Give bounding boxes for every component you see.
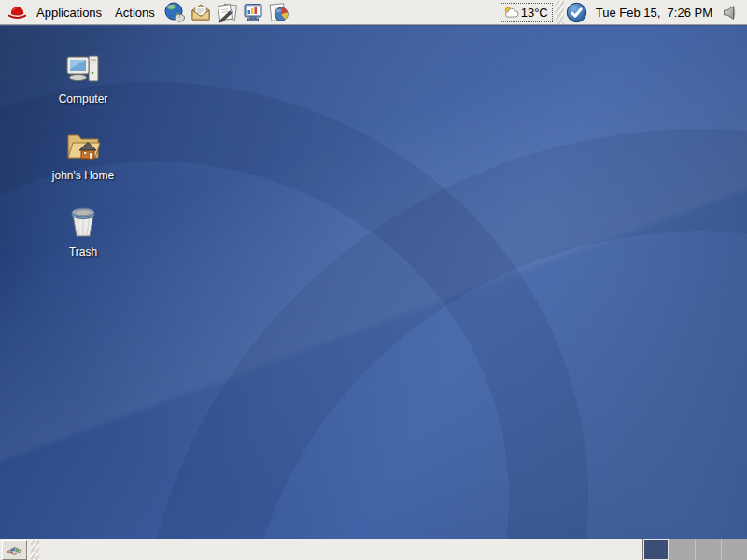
web-browser-icon[interactable]: [162, 0, 187, 24]
desktop-icon-trash[interactable]: Trash: [38, 203, 128, 259]
desktop-screen: Applications Actions: [0, 0, 747, 560]
desktop-icon-label: Trash: [69, 245, 97, 259]
workspace-cell[interactable]: [696, 539, 722, 560]
desktop-icon-label: john's Home: [52, 169, 114, 182]
presentation-icon[interactable]: [241, 0, 265, 24]
home-folder-icon: [63, 127, 103, 166]
menu-applications[interactable]: Applications: [30, 2, 108, 23]
word-processor-icon[interactable]: [215, 0, 239, 24]
menu-actions[interactable]: Actions: [108, 2, 162, 23]
top-panel: Applications Actions: [0, 0, 747, 25]
workspace-cell[interactable]: [643, 539, 669, 560]
desktop-icon-home[interactable]: john's Home: [38, 127, 128, 182]
workspace-switcher: [642, 539, 747, 560]
bottom-panel: [0, 539, 747, 560]
desktop-icon-column: Computer john's Home: [38, 50, 128, 280]
cloud-sun-icon: [503, 6, 519, 19]
weather-applet[interactable]: 13°C: [500, 3, 553, 22]
show-desktop-button[interactable]: [2, 540, 27, 560]
computer-icon: [63, 50, 103, 90]
applet-drag-handle[interactable]: [556, 1, 564, 24]
workspace-cell[interactable]: [722, 539, 747, 560]
email-icon[interactable]: [189, 0, 213, 24]
desktop-icon-label: Computer: [59, 92, 108, 105]
trash-icon: [63, 203, 103, 243]
clock[interactable]: Tue Feb 15, 7:26 PM: [596, 6, 712, 20]
workspace-cell[interactable]: [669, 539, 696, 560]
desktop-icon-computer[interactable]: Computer: [38, 50, 128, 105]
spreadsheet-icon[interactable]: [267, 0, 291, 24]
show-desktop-icon: [6, 543, 23, 557]
speaker-icon[interactable]: [722, 5, 739, 21]
redhat-menu-icon[interactable]: [5, 0, 29, 24]
weather-temperature: 13°C: [521, 6, 548, 20]
desktop-surface[interactable]: Computer john's Home: [0, 26, 747, 539]
update-check-icon[interactable]: [566, 2, 587, 23]
applet-drag-handle[interactable]: [31, 540, 39, 560]
